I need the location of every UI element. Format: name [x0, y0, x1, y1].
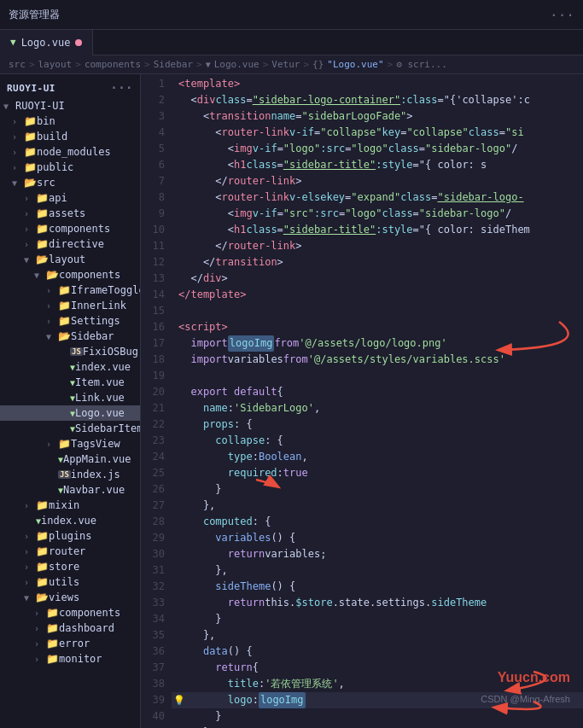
chevron-right-icon: › [24, 562, 36, 572]
sidebar-item-tagsview[interactable]: › 📁 TagsView [0, 436, 140, 451]
sidebar-item-index-js[interactable]: JS index.js [0, 467, 140, 482]
tab-logo-vue[interactable]: ▼ Logo.vue [0, 30, 93, 55]
sidebar-item-node-modules[interactable]: › 📁 node_modules [0, 144, 140, 160]
dashboard-label: dashboard [59, 622, 114, 634]
sidebar-item-components[interactable]: › 📁 components [0, 221, 140, 236]
logo-vue-label: Logo.vue [75, 407, 125, 419]
explorer-menu-dots[interactable]: ··· [110, 81, 133, 95]
code-line: <transition name="sidebarLogoFade"> [172, 108, 583, 125]
folder-icon: 📁 [36, 238, 49, 250]
sidebar-item-utils[interactable]: › 📁 utils [0, 574, 140, 590]
sidebar-item-fixiosbug[interactable]: JS FixiOSBug.js [0, 344, 140, 359]
sidebar-item-src[interactable]: ▼ 📂 src [0, 175, 140, 190]
sidebar-item-views-components[interactable]: › 📁 components [0, 605, 140, 620]
sidebar-item-index-vue[interactable]: ▼ index.vue [0, 359, 140, 375]
layout-label: layout [49, 253, 85, 265]
sidebar-item-src-index-vue[interactable]: ▼ index.vue [0, 513, 140, 528]
code-line: } [172, 481, 583, 498]
code-editor: 12345 678910 1112131415 1617181920 21222… [141, 74, 583, 728]
folder-icon: 📁 [58, 284, 71, 296]
explorer-header-label: RUOYI-UI [7, 83, 55, 94]
bc-sep4: > [196, 59, 202, 70]
sidebar-item-public[interactable]: › 📁 public [0, 160, 140, 175]
folder-icon: 📁 [36, 545, 49, 557]
sidebar-item-bin[interactable]: › 📁 bin [0, 114, 140, 129]
sidebar-item-build[interactable]: › 📁 build [0, 129, 140, 144]
file-explorer: RUOYI-UI ··· ▼ RUOYI-UI › 📁 bin › 📁 buil… [0, 74, 141, 728]
chevron-down-icon: ▼ [24, 255, 36, 265]
sidebar-item-iframetoggle[interactable]: › 📁 IframeToggle [0, 282, 140, 298]
sidebar-item-logo-vue[interactable]: ▼ Logo.vue [0, 405, 140, 421]
sidebar-item-views[interactable]: ▼ 📂 views [0, 590, 140, 605]
sidebar-folder-label: Sidebar [71, 330, 114, 342]
sidebar-item-link-vue[interactable]: ▼ Link.vue [0, 390, 140, 405]
sidebar-item-innerlink[interactable]: › 📁 InnerLink [0, 298, 140, 313]
sidebar-item-layout[interactable]: ▼ 📂 layout [0, 252, 140, 267]
fixiosbug-label: FixiOSBug.js [83, 346, 140, 358]
sidebar-item-sidebar[interactable]: ▼ 📂 Sidebar [0, 329, 140, 344]
sidebar-item-navbar[interactable]: ▼ Navbar.vue [0, 482, 140, 498]
node-modules-label: node_modules [37, 146, 111, 158]
bc-sep6: > [303, 59, 309, 70]
code-line: <div class="sidebar-logo-container" :cla… [172, 92, 583, 108]
sidebar-item-monitor[interactable]: › 📁 monitor [0, 651, 140, 667]
folder-icon: 📁 [46, 622, 59, 634]
bc-sep7: > [388, 59, 394, 70]
code-line: props: { [172, 416, 583, 433]
sidebar-item-mixin[interactable]: › 📁 mixin [0, 498, 140, 513]
code-line: </template> [172, 287, 583, 303]
chevron-right-icon: › [12, 132, 24, 142]
sidebar-item-directive[interactable]: › 📁 directive [0, 236, 140, 252]
explorer-title: 资源管理器 [9, 8, 60, 22]
top-bar-menu[interactable]: ··· [550, 7, 574, 23]
watermark-text2: CSDN @Ming-Afresh [481, 694, 570, 704]
code-line: <h1 class="sidebar-title" :style="{ colo… [172, 157, 583, 173]
utils-label: utils [49, 576, 79, 588]
sidebar-item-appmain[interactable]: ▼ AppMain.vue [0, 451, 140, 467]
sidebar-item-ruoyi-ui[interactable]: ▼ RUOYI-UI [0, 98, 140, 114]
code-line: <img v-if="logo" :src="logo" class="side… [172, 141, 583, 157]
folder-icon: 📁 [46, 653, 59, 665]
mixin-label: mixin [49, 499, 79, 511]
sidebar-item-api[interactable]: › 📁 api [0, 190, 140, 206]
bc-sep5: > [263, 59, 269, 70]
api-label: api [49, 192, 67, 204]
sidebar-item-error[interactable]: › 📁 error [0, 636, 140, 651]
code-line: <router-link v-if="collapse" key="collap… [172, 125, 583, 141]
sidebar-item-sidebaritem-vue[interactable]: ▼ SidebarItem.vue [0, 421, 140, 436]
sidebar-item-router[interactable]: › 📁 router [0, 544, 140, 559]
chevron-right-icon: › [24, 532, 36, 541]
sidebar-item-assets[interactable]: › 📁 assets [0, 206, 140, 221]
folder-icon: 📁 [36, 207, 49, 219]
monitor-label: monitor [59, 653, 102, 665]
folder-icon: 📁 [36, 530, 49, 542]
bc-logovue-quoted: "Logo.vue" [327, 59, 383, 70]
sidebar-item-store[interactable]: › 📁 store [0, 559, 140, 574]
bc-sep2: > [75, 59, 81, 70]
sidebar-item-plugins[interactable]: › 📁 plugins [0, 528, 140, 544]
code-content[interactable]: <template> <div class="sidebar-logo-cont… [172, 74, 583, 728]
code-line: </div> [172, 271, 583, 287]
index-js-label: index.js [71, 469, 120, 480]
sidebar-item-dashboard[interactable]: › 📁 dashboard [0, 620, 140, 636]
code-line: collapse: { [172, 433, 583, 449]
iframetoggle-label: IframeToggle [71, 284, 140, 296]
code-line: name: 'SidebarLogo', [172, 400, 583, 416]
bc-components: components [85, 59, 141, 70]
item-vue-label: Item.vue [75, 376, 125, 388]
bc-vue-icon: ▼ [206, 60, 211, 69]
code-line: <script> [172, 319, 583, 335]
sidebar-item-settings[interactable]: › 📁 Settings [0, 313, 140, 329]
sidebar-item-layout-components[interactable]: ▼ 📂 components [0, 267, 140, 282]
sidebar-item-item-vue[interactable]: ▼ Item.vue [0, 375, 140, 390]
chevron-right-icon: › [46, 317, 58, 326]
chevron-right-icon: › [46, 286, 58, 295]
folder-icon: 📂 [36, 591, 49, 603]
chevron-right-icon: › [24, 194, 36, 203]
link-vue-label: Link.vue [75, 392, 125, 404]
code-line: </router-link> [172, 238, 583, 254]
code-area[interactable]: 12345 678910 1112131415 1617181920 21222… [141, 74, 583, 728]
tab-filename: Logo.vue [21, 37, 71, 49]
bulb-icon: 💡 [173, 692, 185, 708]
build-label: build [37, 131, 67, 143]
